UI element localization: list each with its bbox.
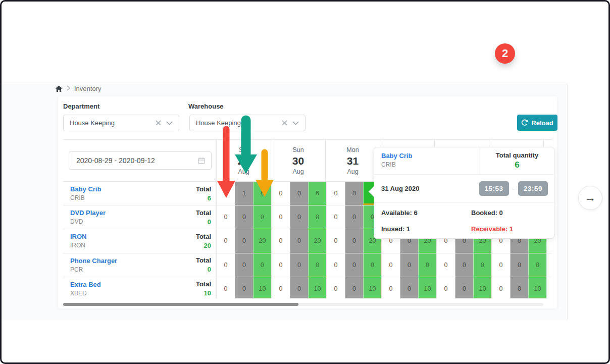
inventory-cell[interactable]: 0	[345, 205, 363, 229]
inventory-cell[interactable]: 0	[345, 182, 363, 205]
day-cell-group: 0020	[271, 229, 326, 252]
day-cell-group: 0	[546, 253, 552, 277]
inventory-cell[interactable]: 10	[473, 277, 491, 298]
date-range-input[interactable]: 2020-08-29 - 2020-09-12	[69, 151, 212, 170]
inventory-cell[interactable]: 6	[308, 182, 326, 205]
next-page-button[interactable]: →	[578, 186, 602, 210]
inventory-cell[interactable]: 0	[290, 182, 308, 205]
inventory-cell[interactable]: 0	[528, 253, 546, 277]
total-label: Total	[196, 280, 211, 288]
inventory-cell[interactable]: 0	[272, 229, 290, 252]
app-window: 2 Inventory Department House Keeping War…	[0, 0, 610, 364]
inventory-cell[interactable]: 0	[382, 277, 400, 298]
inventory-row: Extra BedXBEDTotal1000100010001000100010…	[63, 277, 552, 298]
inventory-cell[interactable]: 0	[547, 277, 552, 298]
popover-item-name[interactable]: Baby Crib	[381, 152, 473, 160]
inventory-cell[interactable]: 0	[492, 253, 510, 277]
inventory-cell[interactable]: 10	[363, 277, 381, 298]
inventory-cell[interactable]: 0	[217, 229, 235, 252]
inventory-cell[interactable]: 0	[345, 277, 363, 298]
inventory-cell[interactable]: 0	[345, 253, 363, 277]
calendar-icon[interactable]	[198, 157, 205, 164]
inventory-cell[interactable]: 0	[272, 182, 290, 205]
breadcrumb-section[interactable]: Inventory	[74, 85, 101, 92]
day-header: Sat29Aug	[216, 140, 271, 181]
inventory-cell[interactable]: 0	[510, 253, 528, 277]
chevron-down-icon[interactable]	[166, 121, 173, 125]
inventory-cell[interactable]: 0	[308, 205, 326, 229]
inventory-cell[interactable]: 0	[290, 277, 308, 298]
inventory-cell[interactable]: 0	[290, 229, 308, 252]
inventory-cell[interactable]: 6	[253, 182, 271, 205]
clear-icon[interactable]	[282, 120, 287, 126]
inventory-cell[interactable]: 0	[400, 277, 418, 298]
day-cell-group: 0010	[381, 277, 436, 298]
item-name-link[interactable]: Baby Crib	[70, 185, 101, 193]
inventory-cell[interactable]: 0	[382, 253, 400, 277]
inventory-cell[interactable]: 0	[437, 277, 455, 298]
inventory-cell[interactable]: 0	[217, 182, 235, 205]
inventory-cell[interactable]: 10	[528, 277, 546, 298]
inventory-cell[interactable]: 0	[272, 277, 290, 298]
inventory-cell[interactable]: 0	[217, 205, 235, 229]
inventory-cell[interactable]: 0	[437, 253, 455, 277]
day-cell-group: 0010	[271, 277, 326, 298]
item-name-link[interactable]: IRON	[70, 233, 87, 240]
inventory-cell[interactable]: 20	[253, 229, 271, 252]
inventory-cell[interactable]: 0	[327, 277, 345, 298]
inventory-cell[interactable]: 0	[253, 253, 271, 277]
day-cell-group: 0020	[326, 229, 381, 252]
inventory-cell[interactable]: 0	[327, 253, 345, 277]
notification-badge[interactable]: 2	[495, 43, 515, 64]
item-name-link[interactable]: DVD Player	[70, 209, 106, 217]
inventory-cell[interactable]: 0	[547, 253, 552, 277]
warehouse-select[interactable]: House Keeping	[189, 115, 306, 131]
inventory-cell[interactable]: 0	[400, 253, 418, 277]
inventory-cell[interactable]: 0	[455, 253, 473, 277]
home-icon[interactable]	[55, 85, 63, 92]
inventory-cell[interactable]: 0	[327, 182, 345, 205]
inventory-cell[interactable]: 0	[290, 205, 308, 229]
inventory-cell[interactable]: 0	[455, 277, 473, 298]
date-range-value: 2020-08-29 - 2020-09-12	[76, 157, 198, 165]
item-name-link[interactable]: Extra Bed	[70, 281, 101, 288]
item-name-link[interactable]: Phone Charger	[70, 257, 117, 265]
clear-icon[interactable]	[156, 120, 161, 126]
chevron-down-icon[interactable]	[292, 121, 299, 125]
inventory-cell[interactable]: 0	[235, 253, 253, 277]
inventory-cell[interactable]: 0	[235, 229, 253, 252]
total-label: Total	[196, 185, 211, 193]
inventory-cell[interactable]: 10	[308, 277, 326, 298]
inventory-cell[interactable]: 0	[217, 277, 235, 298]
reload-button[interactable]: Reload	[517, 115, 557, 131]
inventory-cell[interactable]: 0	[235, 277, 253, 298]
inventory-cell[interactable]: 10	[418, 277, 436, 298]
department-value: House Keeping	[70, 119, 150, 127]
breadcrumb: Inventory	[55, 85, 101, 92]
inventory-cell[interactable]: 0	[510, 277, 528, 298]
inventory-cell[interactable]: 0	[345, 229, 363, 252]
inventory-cell[interactable]: 0	[290, 253, 308, 277]
inventory-cell[interactable]: 0	[492, 277, 510, 298]
day-cell-group: 000	[491, 253, 546, 277]
department-select[interactable]: House Keeping	[63, 115, 179, 131]
inventory-cell[interactable]: 1	[235, 182, 253, 205]
inventory-cell[interactable]: 0	[473, 253, 491, 277]
scrollbar-thumb[interactable]	[63, 303, 298, 306]
time-separator: -	[513, 185, 515, 192]
inventory-cell[interactable]: 0	[253, 205, 271, 229]
inventory-cell[interactable]: 0	[327, 205, 345, 229]
inventory-cell[interactable]: 0	[235, 205, 253, 229]
inventory-cell[interactable]: 0	[272, 205, 290, 229]
day-cell-group: 000	[216, 253, 271, 277]
inventory-cell[interactable]: 0	[327, 229, 345, 252]
inventory-cell[interactable]: 0	[217, 253, 235, 277]
inventory-cell[interactable]: 20	[308, 229, 326, 252]
inventory-cell[interactable]: 0	[418, 253, 436, 277]
inventory-cell[interactable]: 0	[272, 253, 290, 277]
inventory-cell[interactable]: 0	[363, 253, 381, 277]
inventory-cell[interactable]: 0	[308, 253, 326, 277]
inventory-cell[interactable]: 10	[253, 277, 271, 298]
day-header: Mon31Aug	[325, 140, 380, 181]
horizontal-scrollbar[interactable]	[63, 303, 543, 306]
